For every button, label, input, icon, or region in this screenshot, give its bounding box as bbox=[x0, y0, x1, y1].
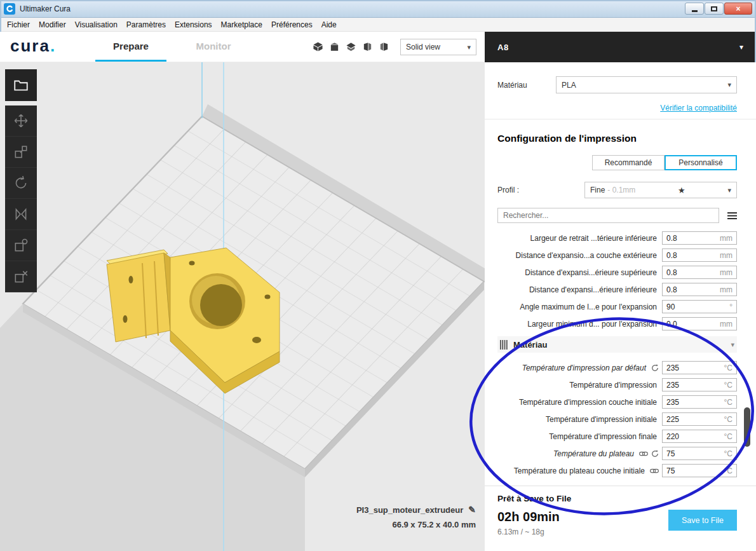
setting-row: Température du plateau couche initiale 7… bbox=[497, 462, 737, 479]
menu-aide[interactable]: Aide bbox=[317, 18, 341, 31]
maximize-icon bbox=[711, 6, 717, 11]
rotate-tool-button[interactable] bbox=[5, 168, 37, 199]
printer-selector[interactable]: A8 ▾ bbox=[485, 32, 756, 62]
setting-value-field[interactable]: 0.8mm bbox=[662, 283, 737, 296]
per-model-settings-tool-button[interactable] bbox=[5, 230, 37, 261]
chevron-down-icon: ▾ bbox=[467, 43, 471, 51]
material-select[interactable]: PLA ▾ bbox=[556, 76, 737, 93]
setting-value-field[interactable]: 90° bbox=[662, 300, 737, 313]
menu-parametres[interactable]: Paramètres bbox=[122, 18, 170, 31]
menu-extensions[interactable]: Extensions bbox=[170, 18, 217, 31]
setting-value-field[interactable]: 235°C bbox=[662, 378, 737, 391]
window-title: Ultimaker Cura bbox=[20, 4, 71, 13]
menu-preferences[interactable]: Préférences bbox=[267, 18, 317, 31]
minimize-button[interactable] bbox=[685, 3, 704, 15]
chevron-down-icon: ▾ bbox=[731, 341, 734, 349]
menu-marketplace[interactable]: Marketplace bbox=[217, 18, 267, 31]
tab-monitor[interactable]: Monitor bbox=[178, 32, 249, 60]
setting-value-field[interactable]: 220°C bbox=[662, 430, 737, 443]
support-blocker-icon bbox=[13, 268, 29, 285]
setting-row: Température d'impression couche initiale… bbox=[497, 393, 737, 411]
tab-prepare[interactable]: Prepare bbox=[95, 32, 166, 60]
search-input[interactable] bbox=[497, 208, 719, 223]
build-plate-scene bbox=[0, 62, 485, 551]
setting-row: Largeur de retrait ...térieure inférieur… bbox=[497, 229, 737, 247]
setting-row: Température d'impression finale 220°C bbox=[497, 428, 737, 445]
app-window: Ultimaker Cura × Fichier Modifier Visual… bbox=[0, 0, 756, 551]
view-left-icon[interactable] bbox=[362, 41, 373, 52]
setting-row: Température d'impression par défaut 235°… bbox=[497, 359, 737, 376]
move-icon bbox=[13, 112, 29, 129]
setting-row: Distance d'expansio...a couche extérieur… bbox=[497, 247, 737, 264]
custom-mode-button[interactable]: Personnalisé bbox=[665, 155, 737, 170]
menu-fichier[interactable]: Fichier bbox=[3, 18, 34, 31]
rename-pencil-icon[interactable]: ✎ bbox=[468, 505, 476, 515]
linked-value-icon bbox=[650, 468, 659, 473]
linked-value-icon bbox=[639, 451, 648, 456]
support-blocker-tool-button[interactable] bbox=[5, 261, 37, 292]
save-to-file-button[interactable]: Save to File bbox=[668, 510, 737, 531]
scale-tool-button[interactable] bbox=[5, 137, 37, 168]
per-model-settings-icon bbox=[13, 237, 29, 254]
scale-icon bbox=[13, 144, 29, 160]
menu-modifier[interactable]: Modifier bbox=[34, 18, 71, 31]
settings-menu-icon[interactable] bbox=[727, 212, 737, 220]
3d-viewport[interactable]: PI3_sup_moteur_extrudeur✎ 66.9 x 75.2 x … bbox=[0, 62, 485, 551]
close-icon: × bbox=[736, 5, 740, 13]
chevron-down-icon: ▾ bbox=[727, 81, 731, 89]
open-folder-icon bbox=[13, 77, 29, 93]
close-button[interactable]: × bbox=[724, 3, 752, 15]
setting-value-field[interactable]: 235°C bbox=[662, 361, 737, 374]
compatibility-link[interactable]: Vérifier la compatibilité bbox=[497, 104, 737, 112]
recommended-mode-button[interactable]: Recommandé bbox=[592, 155, 665, 170]
setting-row: Température d'impression 235°C bbox=[497, 376, 737, 393]
view-mode-select[interactable]: Solid view ▾ bbox=[400, 39, 476, 55]
view-right-icon[interactable] bbox=[379, 41, 389, 52]
reset-value-icon[interactable] bbox=[651, 450, 659, 458]
reset-value-icon[interactable] bbox=[651, 364, 659, 372]
category-material-header[interactable]: Matériau ▾ bbox=[497, 336, 737, 353]
profile-select[interactable]: Fine - 0.1mm ★ ▾ bbox=[584, 182, 737, 198]
tool-panel bbox=[5, 105, 37, 292]
setting-value-field[interactable]: 235°C bbox=[662, 395, 737, 409]
panel-scrollbar-thumb[interactable] bbox=[744, 407, 750, 447]
mirror-tool-button[interactable] bbox=[5, 199, 37, 230]
view-top-icon[interactable] bbox=[346, 41, 356, 52]
view-mode-value: Solid view bbox=[406, 43, 440, 51]
setting-row: Température d'impression initiale 225°C bbox=[497, 411, 737, 428]
setting-value-field[interactable]: 0.8mm bbox=[662, 266, 737, 279]
move-tool-button[interactable] bbox=[5, 105, 37, 137]
menu-visualisation[interactable]: Visualisation bbox=[71, 18, 122, 31]
minimize-icon bbox=[692, 10, 698, 12]
setting-value-field[interactable]: 0.8mm bbox=[662, 231, 737, 245]
model-caption: PI3_sup_moteur_extrudeur✎ 66.9 x 75.2 x … bbox=[356, 505, 476, 529]
model-dimensions: 66.9 x 75.2 x 40.0 mm bbox=[356, 520, 476, 529]
mirror-icon bbox=[13, 206, 29, 222]
setting-row: Distance d'expansi...érieure inférieure … bbox=[497, 281, 737, 298]
setting-value-field[interactable]: 225°C bbox=[662, 412, 737, 426]
view-3d-icon[interactable] bbox=[313, 41, 323, 52]
profile-value: Fine bbox=[590, 186, 605, 194]
material-value: PLA bbox=[562, 81, 576, 90]
output-footer: Prêt à Save to File 02h 09min 6.13m / ~ … bbox=[485, 486, 756, 551]
setting-row: Angle maximum de l...e pour l'expansion … bbox=[497, 298, 737, 315]
setting-value-field[interactable]: 0.8mm bbox=[662, 248, 737, 262]
profile-label: Profil : bbox=[497, 186, 519, 194]
menubar: Fichier Modifier Visualisation Paramètre… bbox=[0, 18, 756, 32]
setting-value-field[interactable]: 75°C bbox=[662, 447, 737, 460]
app-header: cura. Prepare Monitor Solid view ▾ bbox=[0, 32, 485, 62]
setting-value-field[interactable]: 75°C bbox=[662, 464, 737, 477]
rotate-icon bbox=[13, 175, 29, 191]
config-title: Configuration de l'impression bbox=[497, 133, 737, 144]
maximize-button[interactable] bbox=[705, 3, 724, 15]
model-name: PI3_sup_moteur_extrudeur bbox=[356, 505, 463, 515]
window-titlebar: Ultimaker Cura × bbox=[0, 0, 756, 18]
view-front-icon[interactable] bbox=[329, 41, 340, 52]
printer-name: A8 bbox=[497, 43, 509, 52]
cura-app-icon bbox=[4, 3, 15, 15]
setting-value-field[interactable]: 0.0mm bbox=[662, 317, 737, 330]
ready-status: Prêt à Save to File bbox=[497, 494, 737, 503]
open-file-button[interactable] bbox=[5, 69, 37, 101]
setting-row: Température du plateau 75°C bbox=[497, 445, 737, 462]
material-usage: 6.13m / ~ 18g bbox=[497, 527, 560, 536]
